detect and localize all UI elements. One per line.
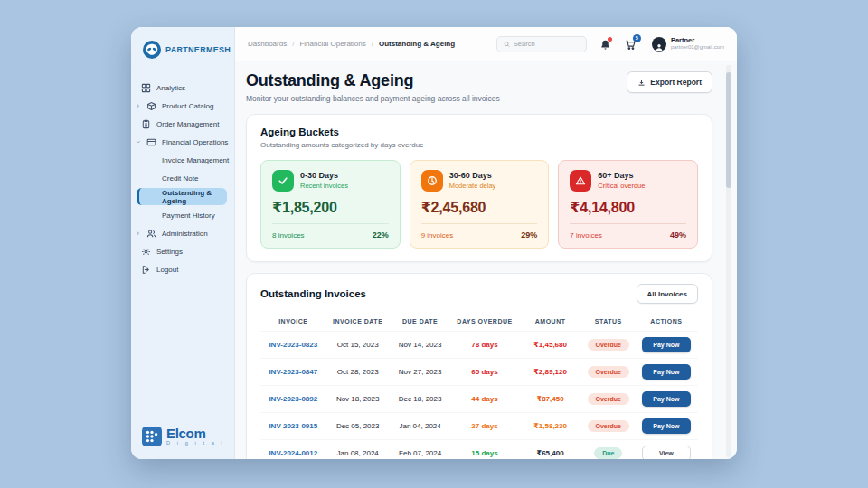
column-header-amount: Amount xyxy=(519,318,582,324)
sidebar-item-label: Product Catalog xyxy=(162,102,213,110)
due-date: Nov 14, 2023 xyxy=(390,341,451,349)
sidebar-item-product-catalog[interactable]: › Product Catalog xyxy=(131,97,234,115)
breadcrumb-separator: / xyxy=(372,40,373,48)
invoice-link[interactable]: INV-2023-0823 xyxy=(260,341,326,349)
elcom-brand-sub: D i g i t a l xyxy=(166,441,225,446)
pay-now-button[interactable]: Pay Now xyxy=(642,364,691,380)
bucket-desc: Recent invoices xyxy=(300,182,348,191)
ageing-buckets-subtitle: Outstanding amounts categorized by days … xyxy=(260,141,698,149)
invoice-row: INV-2023-0847 Oct 28, 2023 Nov 27, 2023 … xyxy=(260,358,698,385)
amount: ₹2,89,120 xyxy=(519,368,582,376)
brand-name: PARTNERMESH xyxy=(165,45,231,54)
invoice-link[interactable]: INV-2023-0892 xyxy=(260,395,326,403)
users-icon xyxy=(146,229,156,239)
column-header-invoice: Invoice xyxy=(260,318,326,324)
sidebar-subitem-invoice-management[interactable]: Invoice Management xyxy=(131,151,234,169)
elcom-brand-name: Elcom xyxy=(166,427,225,440)
analytics-grid-icon xyxy=(141,83,151,93)
invoice-date: Nov 18, 2023 xyxy=(326,395,390,403)
invoice-date: Jan 08, 2024 xyxy=(326,449,390,457)
gear-icon xyxy=(141,247,151,257)
invoice-link[interactable]: INV-2023-0915 xyxy=(260,422,326,430)
bucket-0-30-days: 0-30 Days Recent invoices ₹1,85,200 8 in… xyxy=(260,160,401,249)
divider xyxy=(272,223,389,224)
due-date: Jan 04, 2024 xyxy=(390,422,451,430)
main-area: Dashboards / Financial Operations / Outs… xyxy=(235,27,737,459)
outstanding-invoices-card: Outstanding Invoices All Invoices Invoic… xyxy=(246,273,712,459)
box-icon xyxy=(146,101,156,111)
search-input[interactable] xyxy=(514,40,580,48)
all-invoices-button[interactable]: All Invoices xyxy=(637,284,698,304)
sidebar-item-label: Settings xyxy=(156,248,183,256)
view-button[interactable]: View xyxy=(642,446,691,459)
sidebar-subitem-credit-note[interactable]: Credit Note xyxy=(131,169,234,187)
warning-icon xyxy=(570,170,591,192)
invoice-link[interactable]: INV-2024-0012 xyxy=(260,449,326,457)
scrollbar-thumb[interactable] xyxy=(726,72,731,188)
invoice-row: INV-2023-0915 Dec 05, 2023 Jan 04, 2024 … xyxy=(260,412,698,439)
bucket-range: 60+ Days xyxy=(598,171,645,182)
invoice-date: Dec 05, 2023 xyxy=(326,422,390,430)
days-overdue: 65 days xyxy=(451,368,519,376)
cart-button[interactable]: 5 xyxy=(625,38,637,51)
export-report-button[interactable]: Export Report xyxy=(627,71,712,93)
bucket-desc: Moderate delay xyxy=(449,182,496,191)
sidebar-item-order-management[interactable]: Order Management xyxy=(131,115,234,133)
bucket-amount: ₹2,45,680 xyxy=(421,199,538,216)
bucket-amount: ₹4,14,800 xyxy=(570,199,686,216)
page-subtitle: Monitor your outstanding balances and pa… xyxy=(246,94,500,103)
notifications-button[interactable] xyxy=(599,38,612,51)
column-header-invoice-date: Invoice Date xyxy=(326,318,390,324)
bucket-60-plus-days: 60+ Days Critical overdue ₹4,14,800 7 in… xyxy=(558,160,698,249)
sidebar-item-financial-operations[interactable]: › Financial Operations xyxy=(131,133,234,151)
column-header-actions: Actions xyxy=(635,318,698,324)
sidebar-item-logout[interactable]: Logout xyxy=(131,260,234,278)
column-header-days-overdue: Days Overdue xyxy=(451,318,519,324)
search-box[interactable] xyxy=(496,36,587,52)
topbar: Dashboards / Financial Operations / Outs… xyxy=(235,27,737,61)
breadcrumb-financial-operations[interactable]: Financial Operations xyxy=(299,40,365,48)
breadcrumb-dashboards[interactable]: Dashboards xyxy=(248,40,287,48)
avatar xyxy=(652,37,666,52)
bucket-cards: 0-30 Days Recent invoices ₹1,85,200 8 in… xyxy=(260,160,698,249)
chevron-right-icon: › xyxy=(135,101,141,110)
notification-dot xyxy=(608,37,612,42)
pay-now-button[interactable]: Pay Now xyxy=(642,337,691,352)
status-badge: Overdue xyxy=(588,420,629,432)
sidebar-item-settings[interactable]: Settings xyxy=(131,242,234,260)
sidebar-item-administration[interactable]: › Administration xyxy=(131,224,234,242)
invoice-row: INV-2023-0892 Nov 18, 2023 Dec 18, 2023 … xyxy=(260,385,698,412)
user-email: partner01@gmail.com xyxy=(671,44,724,52)
bucket-invoice-count: 8 invoices xyxy=(272,231,305,239)
bucket-desc: Critical overdue xyxy=(598,182,645,191)
bucket-percent: 22% xyxy=(373,230,389,239)
bucket-amount: ₹1,85,200 xyxy=(272,199,389,216)
sidebar-item-label: Logout xyxy=(156,266,178,274)
sidebar-item-label: Credit Note xyxy=(162,174,198,183)
divider xyxy=(421,223,538,224)
sidebar-subitem-outstanding-ageing[interactable]: Outstanding & Ageing xyxy=(137,188,227,205)
invoice-link[interactable]: INV-2023-0847 xyxy=(260,368,326,376)
days-overdue: 78 days xyxy=(451,341,519,349)
breadcrumb-separator: / xyxy=(292,40,294,48)
app-window: PARTNERMESH Analytics › Product Catalog … xyxy=(131,27,737,459)
table-header: Invoice Invoice Date Due Date Days Overd… xyxy=(260,313,698,331)
invoice-date: Oct 28, 2023 xyxy=(326,368,390,376)
user-menu[interactable]: Partner partner01@gmail.com xyxy=(652,36,724,52)
bucket-percent: 49% xyxy=(670,230,686,239)
invoice-date: Oct 15, 2023 xyxy=(326,341,390,349)
logout-icon xyxy=(141,265,151,275)
pay-now-button[interactable]: Pay Now xyxy=(642,418,691,434)
bucket-invoice-count: 9 invoices xyxy=(421,231,454,239)
bucket-percent: 29% xyxy=(521,230,537,239)
status-badge: Overdue xyxy=(588,366,629,378)
sidebar-item-analytics[interactable]: Analytics xyxy=(131,79,234,97)
chevron-right-icon: › xyxy=(135,229,141,238)
pay-now-button[interactable]: Pay Now xyxy=(642,391,691,407)
amount: ₹65,400 xyxy=(519,449,582,457)
sidebar: PARTNERMESH Analytics › Product Catalog … xyxy=(131,27,235,459)
days-overdue: 44 days xyxy=(451,395,519,403)
column-header-due-date: Due Date xyxy=(390,318,451,324)
sidebar-subitem-payment-history[interactable]: Payment History xyxy=(131,206,234,224)
sidebar-item-label: Outstanding & Ageing xyxy=(162,189,227,205)
